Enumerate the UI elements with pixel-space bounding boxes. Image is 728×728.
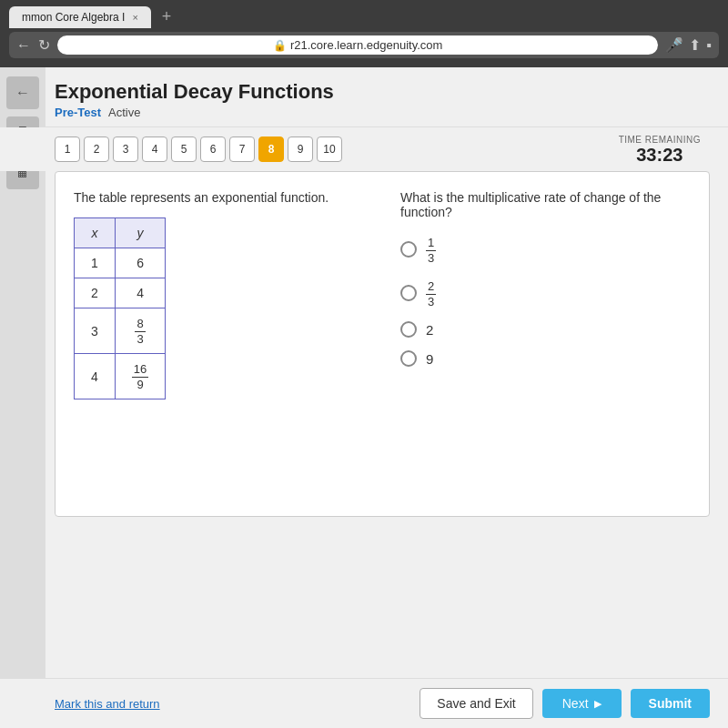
fraction-choice-a: 1 3: [426, 236, 436, 265]
fraction-16-9: 16 9: [132, 362, 148, 391]
time-remaining-container: TIME REMAINING 33:23: [619, 135, 701, 166]
answer-choice-d[interactable]: 9: [400, 350, 691, 367]
submit-button[interactable]: Submit: [631, 689, 710, 718]
table-row: 1 6: [75, 248, 166, 278]
address-bar-row: ← ↻ 🔒 r21.core.learn.edgenuity.com 🎤 ⬆ ▪: [9, 32, 719, 58]
table-cell-y3: 8 3: [115, 308, 165, 354]
table-cell-y4: 16 9: [115, 354, 165, 399]
active-tab[interactable]: mmon Core Algebra I ×: [9, 6, 151, 28]
new-tab-button[interactable]: +: [155, 5, 179, 28]
share-icon[interactable]: ⬆: [689, 36, 701, 54]
radio-c[interactable]: [400, 321, 417, 338]
radio-a[interactable]: [400, 241, 417, 258]
table-cell-y2: 4: [115, 278, 165, 308]
question-navigation: 1 2 3 4 5 6 7 8 9 10 TIME REMAINING 33:2…: [0, 127, 728, 171]
fraction-8-3: 8 3: [135, 317, 145, 346]
url-text: r21.core.learn.edgenuity.com: [290, 38, 442, 52]
tabs-icon[interactable]: ▪: [706, 37, 712, 54]
back-button[interactable]: ←: [16, 37, 31, 54]
q-btn-3[interactable]: 3: [113, 136, 138, 162]
table-cell-x1: 1: [75, 248, 116, 278]
table-header-x: x: [75, 218, 116, 248]
lock-icon: 🔒: [273, 39, 287, 52]
question-left: The table represents an exponential func…: [74, 190, 364, 498]
top-header: Exponential Decay Functions Pre-Test Act…: [0, 67, 728, 127]
q-btn-2[interactable]: 2: [84, 136, 109, 162]
answer-choice-b[interactable]: 2 3: [400, 278, 691, 308]
bottom-bar: Mark this and return Save and Exit Next …: [0, 678, 728, 728]
browser-actions: 🎤 ⬆ ▪: [665, 36, 712, 54]
radio-d[interactable]: [400, 350, 417, 367]
save-exit-button[interactable]: Save and Exit: [420, 688, 532, 719]
address-bar-container: ← ↻ 🔒 r21.core.learn.edgenuity.com 🎤 ⬆ ▪: [0, 28, 728, 67]
answer-choice-a[interactable]: 1 3: [400, 234, 691, 265]
choice-text-a: 1 3: [426, 234, 436, 265]
next-button[interactable]: Next: [542, 689, 622, 718]
mic-icon[interactable]: 🎤: [665, 36, 683, 54]
tab-close-icon[interactable]: ×: [132, 12, 137, 23]
time-label: TIME REMAINING: [619, 135, 701, 145]
bottom-buttons: Save and Exit Next Submit: [420, 688, 710, 719]
tab-title: mmon Core Algebra I: [22, 11, 125, 24]
table-cell-x4: 4: [75, 354, 116, 399]
browser-chrome: mmon Core Algebra I × +: [0, 0, 728, 28]
table-row: 2 4: [75, 278, 166, 308]
table-header-y: y: [115, 218, 165, 248]
data-table: x y 1 6 2 4 3: [74, 217, 166, 399]
q-btn-4[interactable]: 4: [142, 136, 167, 162]
choice-text-d: 9: [426, 351, 433, 367]
question-right: What is the multiplicative rate of chang…: [400, 190, 691, 498]
radio-b[interactable]: [400, 285, 417, 301]
page-subtitle: Pre-Test Active: [55, 106, 710, 119]
page-content: ← Σ 🖩 Exponential Decay Functions Pre-Te…: [0, 67, 728, 728]
page-title: Exponential Decay Functions: [55, 80, 710, 104]
choice-text-b: 2 3: [426, 278, 436, 308]
table-cell-y1: 6: [115, 248, 165, 278]
subtitle-status: Active: [108, 106, 140, 119]
q-btn-10[interactable]: 10: [317, 136, 342, 162]
answer-choice-c[interactable]: 2: [400, 321, 691, 338]
mark-return-link[interactable]: Mark this and return: [55, 697, 160, 711]
question-area: The table represents an exponential func…: [55, 171, 710, 517]
address-bar[interactable]: 🔒 r21.core.learn.edgenuity.com: [57, 35, 658, 55]
q-btn-5[interactable]: 5: [171, 136, 197, 162]
answer-choices: 1 3 2 3 2: [400, 234, 691, 367]
table-row: 3 8 3: [75, 308, 166, 354]
question-left-text: The table represents an exponential func…: [74, 190, 364, 205]
table-cell-x2: 2: [75, 278, 116, 308]
refresh-button[interactable]: ↻: [38, 36, 50, 54]
fraction-choice-b: 2 3: [426, 279, 436, 308]
subtitle-label: Pre-Test: [55, 106, 101, 119]
q-btn-8[interactable]: 8: [258, 136, 284, 162]
table-cell-x3: 3: [75, 308, 116, 354]
answer-question-text: What is the multiplicative rate of chang…: [400, 190, 691, 219]
q-btn-9[interactable]: 9: [288, 136, 313, 162]
q-btn-1[interactable]: 1: [55, 136, 80, 162]
time-value: 33:23: [619, 145, 701, 166]
choice-text-c: 2: [426, 322, 433, 338]
q-btn-7[interactable]: 7: [229, 136, 255, 162]
tool-arrow[interactable]: ←: [6, 76, 39, 109]
tab-bar: mmon Core Algebra I × +: [9, 5, 719, 28]
table-row: 4 16 9: [75, 354, 166, 399]
q-btn-6[interactable]: 6: [200, 136, 226, 162]
